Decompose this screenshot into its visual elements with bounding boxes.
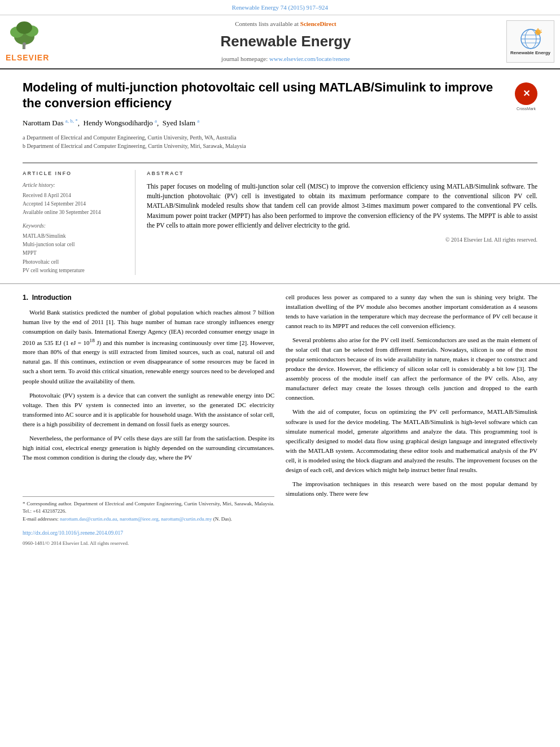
corresponding-author-note: * Corresponding author. Department of El…: [23, 500, 274, 516]
body-left-column: 1. Introduction World Bank statistics pr…: [23, 292, 274, 523]
elsevier-logo-section: ELSEVIER: [6, 20, 73, 63]
section1-heading: 1. Introduction: [23, 292, 274, 303]
body-right-column: cell produces less power as compared to …: [286, 292, 537, 523]
footnote-area: * Corresponding author. Department of El…: [23, 496, 274, 523]
article-info-abstract-section: ARTICLE INFO Article history: Received 8…: [23, 163, 537, 275]
elsevier-label: ELSEVIER: [6, 52, 49, 63]
svg-point-12: [535, 29, 541, 35]
body-right-para-4: The improvisation techniques in this res…: [286, 479, 537, 499]
author-hendy: Hendy Wongsodihardjo a,: [84, 119, 161, 127]
journal-logo-right: Renewable Energy: [498, 20, 554, 63]
section1-title: Introduction: [32, 294, 72, 302]
journal-reference-bar: Renewable Energy 74 (2015) 917–924: [0, 0, 560, 15]
svg-point-5: [23, 42, 26, 46]
abstract-column: ABSTRACT This paper focuses on modeling …: [147, 170, 537, 275]
footer-copyright: 0960-1481/© 2014 Elsevier Ltd. All right…: [0, 538, 560, 553]
abstract-copyright: © 2014 Elsevier Ltd. All rights reserved…: [147, 236, 537, 244]
body-right-para-1: cell produces less power as compared to …: [286, 292, 537, 331]
body-para-1: World Bank statistics predicted the numb…: [23, 308, 274, 386]
authors-line: Narottam Das a, b, *, Hendy Wongsodihard…: [23, 117, 537, 129]
doi-section: http://dx.doi.org/10.1016/j.renene.2014.…: [0, 523, 560, 538]
journal-homepage-link[interactable]: www.elsevier.com/locate/renene: [269, 55, 350, 62]
journal-homepage: journal homepage: www.elsevier.com/locat…: [73, 55, 498, 64]
body-section: 1. Introduction World Bank statistics pr…: [0, 283, 560, 523]
crossmark-badge: ✕ CrossMark: [515, 82, 537, 112]
journal-header: ELSEVIER Contents lists available at Sci…: [0, 15, 560, 69]
elsevier-tree-icon: [6, 20, 45, 51]
keywords-section: Keywords: MATLAB/Simulink Multi-junction…: [23, 222, 126, 275]
email-addresses[interactable]: narottam.das@curtin.edu.au, narottam@iee…: [60, 516, 212, 522]
body-para-3: Nevertheless, the performance of PV cell…: [23, 434, 274, 462]
affiliations: a Department of Electrical and Computer …: [23, 133, 537, 150]
crossmark-icon: ✕: [515, 82, 537, 105]
article-info-label: ARTICLE INFO: [23, 170, 126, 177]
author-syed: Syed Islam a: [163, 119, 199, 127]
affiliation-a: a Department of Electrical and Computer …: [23, 133, 537, 142]
journal-logo-title: Renewable Energy: [510, 50, 550, 56]
svg-line-14: [541, 30, 541, 30]
received-date: Received 8 April 2014: [23, 191, 126, 200]
paper-title-section: ✕ CrossMark Modeling of multi-junction p…: [0, 69, 560, 163]
available-date: Available online 30 September 2014: [23, 208, 126, 217]
doi-link[interactable]: http://dx.doi.org/10.1016/j.renene.2014.…: [23, 530, 123, 536]
journal-logo-box: Renewable Energy: [506, 20, 554, 63]
contents-line: Contents lists available at ScienceDirec…: [73, 20, 498, 29]
accepted-date: Accepted 14 September 2014: [23, 200, 126, 208]
abstract-text: This paper focuses on modeling of multi-…: [147, 182, 537, 230]
author-narottam: Narottam Das a, b, *,: [23, 119, 81, 127]
journal-center-info: Contents lists available at ScienceDirec…: [73, 20, 498, 64]
body-right-para-3: With the aid of computer, focus on optim…: [286, 407, 537, 474]
article-info-column: ARTICLE INFO Article history: Received 8…: [23, 170, 135, 275]
keyword-2: Multi-junction solar cell: [23, 241, 126, 249]
keyword-4: Photovoltaic cell: [23, 258, 126, 267]
keywords-label: Keywords:: [23, 222, 126, 230]
science-direct-link[interactable]: ScienceDirect: [300, 20, 336, 27]
body-right-para-2: Several problems also arise for the PV c…: [286, 335, 537, 403]
keyword-5: PV cell working temperature: [23, 267, 126, 275]
affiliation-b: b Department of Electrical and Computer …: [23, 142, 537, 150]
paper-title: Modeling of multi-junction photovoltaic …: [23, 80, 537, 112]
journal-globe-icon: [517, 28, 545, 50]
body-para-2: Photovoltaic (PV) system is a device tha…: [23, 391, 274, 429]
history-label: Article history:: [23, 182, 126, 190]
svg-point-4: [16, 21, 32, 34]
svg-rect-6: [23, 46, 25, 49]
keyword-3: MPPT: [23, 249, 126, 257]
keyword-1: MATLAB/Simulink: [23, 232, 126, 241]
abstract-label: ABSTRACT: [147, 170, 537, 177]
section1-number: 1.: [23, 294, 28, 302]
journal-title: Renewable Energy: [73, 31, 498, 53]
journal-reference: Renewable Energy 74 (2015) 917–924: [232, 4, 328, 11]
email-note: E-mail addresses: narottam.das@curtin.ed…: [23, 516, 274, 523]
elsevier-logo: ELSEVIER: [6, 20, 49, 63]
